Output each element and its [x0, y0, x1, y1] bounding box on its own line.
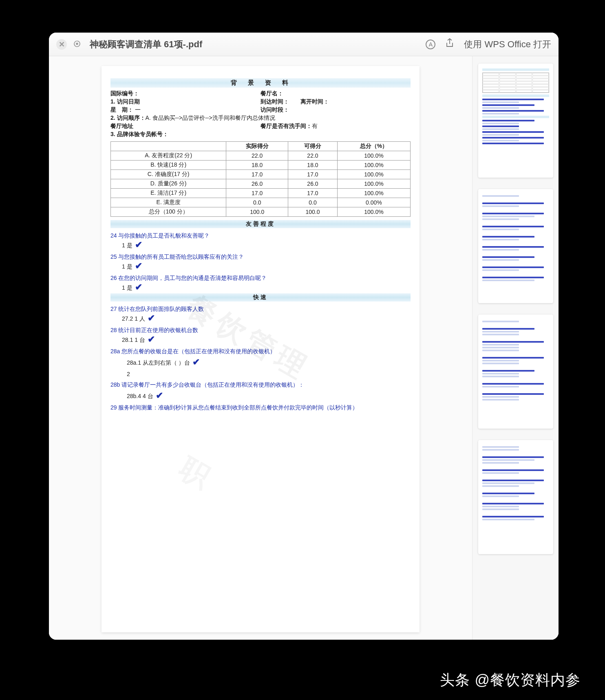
- open-with-button[interactable]: 使用 WPS Office 打开: [464, 38, 551, 51]
- section-friendly: 友善程度: [110, 220, 411, 228]
- th-actual: 实际得分: [226, 142, 288, 151]
- label-restaurant-name: 餐厅名：: [261, 90, 283, 97]
- label-intl-id: 国际编号：: [110, 90, 139, 97]
- label-arrive-time: 到达时间：: [261, 98, 289, 105]
- label-leave-time: 离开时间：: [300, 98, 329, 105]
- value-visit-order: A. 食品购买-->品尝评价-->洗手间和餐厅内总体情况: [146, 114, 275, 121]
- a24: 1 是: [122, 242, 132, 249]
- table-cell: 17.0: [288, 189, 338, 198]
- label-visit-order: 2. 访问顺序：: [110, 114, 146, 121]
- thumbnail-page-4[interactable]: [478, 440, 553, 554]
- check-icon: ✔: [135, 284, 142, 290]
- check-icon: ✔: [156, 393, 163, 398]
- table-row: D. 质量(26 分)26.026.0100.0%: [111, 179, 411, 189]
- q28: 28 统计目前正在使用的收银机台数: [110, 327, 411, 334]
- table-cell: 100.0%: [337, 207, 410, 217]
- titlebar: ✕ ⦿ 神秘顾客调查清单 61项-.pdf A 使用 WPS Office 打开: [49, 33, 559, 56]
- share-icon[interactable]: [445, 38, 454, 51]
- a25: 1 是: [122, 263, 132, 271]
- table-cell: 100.0%: [337, 179, 410, 189]
- label-has-wc: 餐厅是否有洗手间：: [261, 123, 312, 129]
- table-cell: D. 质量(26 分): [111, 179, 226, 189]
- close-button[interactable]: ✕: [56, 39, 67, 50]
- q28a: 28a 您所点餐的收银台是在（包括正在使用和没有使用的收银机）: [110, 348, 411, 355]
- label-account: 3. 品牌体验专员帐号：: [110, 131, 168, 137]
- q26: 26 在您的访问期间，员工与您的沟通是否清楚和容易明白呢？: [110, 275, 411, 282]
- table-cell: 26.0: [288, 179, 338, 189]
- check-icon: ✔: [192, 359, 200, 365]
- check-icon: ✔: [135, 242, 142, 247]
- table-cell: E. 清洁(17 分): [111, 189, 226, 198]
- markup-icon[interactable]: A: [426, 40, 435, 49]
- window-title: 神秘顾客调查清单 61项-.pdf: [90, 38, 202, 51]
- thumbnail-page-2[interactable]: [478, 189, 553, 303]
- th-blank: [111, 142, 226, 151]
- score-table: 实际得分 可得分 总分（%） A. 友善程度(22 分)22.022.0100.…: [110, 141, 411, 217]
- a27: 27.2 1 人: [122, 315, 145, 323]
- a28: 28.1 1 台: [122, 337, 145, 344]
- value-week: 一: [135, 106, 141, 113]
- table-cell: 18.0: [288, 161, 338, 170]
- th-total: 总分（%）: [337, 142, 410, 151]
- check-icon: ✔: [135, 263, 142, 269]
- table-cell: 22.0: [288, 151, 338, 161]
- attribution-text: 头条 @餐饮资料内参: [440, 670, 581, 690]
- label-week: 星 期：: [110, 106, 133, 113]
- check-icon: ✔: [148, 337, 155, 342]
- table-cell: 22.0: [226, 151, 288, 161]
- label-address: 餐厅地址: [110, 123, 133, 129]
- label-visit-date: 1. 访问日期: [110, 98, 140, 105]
- table-cell: 26.0: [226, 179, 288, 189]
- table-row: E. 满意度0.00.00.00%: [111, 198, 411, 207]
- thumbnail-page-1[interactable]: [478, 64, 553, 178]
- content-area: 餐饮管理 职 背 景 资 料 国际编号： 餐厅名： 1. 访问日期 到达时间： …: [49, 56, 559, 640]
- table-cell: E. 满意度: [111, 198, 226, 207]
- a26: 1 是: [122, 284, 132, 292]
- table-cell: 17.0: [226, 170, 288, 179]
- table-cell: 0.0: [288, 198, 338, 207]
- table-cell: 17.0: [226, 189, 288, 198]
- q27: 27 统计在您队列前面排队的顾客人数: [110, 306, 411, 313]
- table-row: 总分（100 分）100.0100.0100.0%: [111, 207, 411, 217]
- value-has-wc: 有: [312, 123, 318, 129]
- pdf-page-1: 餐饮管理 职 背 景 资 料 国际编号： 餐厅名： 1. 访问日期 到达时间： …: [102, 66, 420, 632]
- table-cell: A. 友善程度(22 分): [111, 151, 226, 161]
- a28a-num: 2: [127, 371, 411, 377]
- table-cell: 100.0%: [337, 151, 410, 161]
- table-cell: 0.0: [226, 198, 288, 207]
- table-cell: 18.0: [226, 161, 288, 170]
- section-speed: 快速: [110, 293, 411, 302]
- q25: 25 与您接触的所有员工能否给您以顾客应有的关注？: [110, 253, 411, 261]
- table-row: C. 准确度(17 分)17.017.0100.0%: [111, 170, 411, 179]
- preview-window: ✕ ⦿ 神秘顾客调查清单 61项-.pdf A 使用 WPS Office 打开…: [49, 33, 559, 640]
- table-row: B. 快速(18 分)18.018.0100.0%: [111, 161, 411, 170]
- q24: 24 与你接触的员工是否礼貌和友善呢？: [110, 232, 411, 240]
- section-title-background: 背 景 资 料: [110, 78, 411, 88]
- edit-button[interactable]: ⦿: [72, 39, 82, 50]
- watermark-2: 职: [172, 448, 222, 499]
- table-cell: 100.0%: [337, 189, 410, 198]
- table-cell: 100.0%: [337, 170, 410, 179]
- q29: 29 服务时间测量：准确到秒计算从您点餐结束到收到全部所点餐饮并付款完毕的时间（…: [110, 404, 411, 412]
- table-row: E. 清洁(17 分)17.017.0100.0%: [111, 189, 411, 198]
- q28b: 28b 请记录餐厅一共有多少台收银台（包括正在使用和没有使用的收银机）：: [110, 381, 411, 389]
- table-row: A. 友善程度(22 分)22.022.0100.0%: [111, 151, 411, 161]
- check-icon: ✔: [148, 315, 155, 321]
- th-possible: 可得分: [288, 142, 338, 151]
- a28a: 28a.1 从左到右第（ ）台: [127, 359, 190, 367]
- table-cell: B. 快速(18 分): [111, 161, 226, 170]
- page-viewport[interactable]: 餐饮管理 职 背 景 资 料 国际编号： 餐厅名： 1. 访问日期 到达时间： …: [49, 56, 472, 640]
- a28b: 28b.4 4 台: [127, 393, 153, 400]
- thumbnail-sidebar[interactable]: [472, 56, 559, 640]
- table-cell: 100.0: [226, 207, 288, 217]
- table-cell: 17.0: [288, 170, 338, 179]
- table-cell: 0.00%: [337, 198, 410, 207]
- table-cell: C. 准确度(17 分): [111, 170, 226, 179]
- thumbnail-page-3[interactable]: [478, 315, 553, 429]
- label-visit-period: 访问时段：: [261, 106, 289, 113]
- table-cell: 100.0: [288, 207, 338, 217]
- table-cell: 100.0%: [337, 161, 410, 170]
- table-cell: 总分（100 分）: [111, 207, 226, 217]
